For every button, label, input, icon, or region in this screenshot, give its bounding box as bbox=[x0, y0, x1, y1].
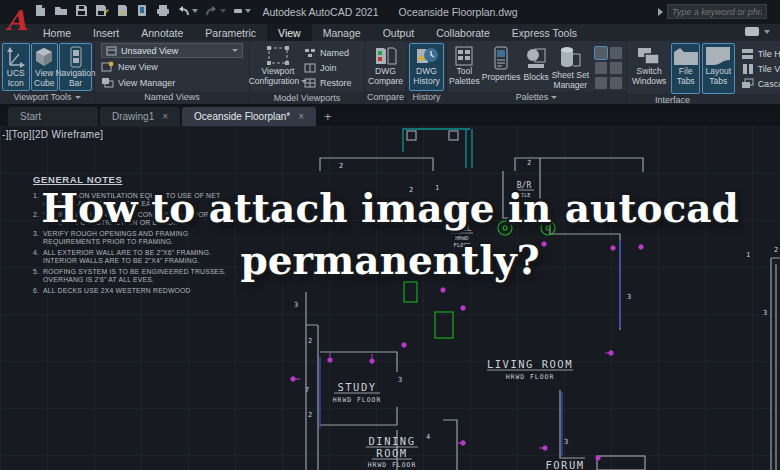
palette-mini-icon-2[interactable] bbox=[610, 47, 622, 59]
open-folder-icon[interactable] bbox=[54, 4, 68, 17]
ucs-icon-button[interactable]: UCS Icon bbox=[2, 43, 30, 91]
view-combo[interactable]: Unsaved View bbox=[101, 43, 243, 58]
new-view-button[interactable]: New View bbox=[101, 59, 247, 74]
drawing-area[interactable]: -][Top][2D Wireframe] bbox=[0, 126, 780, 470]
save-icon[interactable] bbox=[75, 4, 88, 17]
svg-text:HRWD FLOOR: HRWD FLOOR bbox=[368, 461, 416, 469]
publish-icon[interactable] bbox=[116, 4, 129, 17]
new-drawing-button[interactable]: + bbox=[324, 109, 332, 126]
undo-icon bbox=[177, 5, 190, 17]
panel-label-viewport-tools[interactable]: Viewport Tools bbox=[0, 91, 94, 104]
panel-label-interface: Interface bbox=[627, 94, 780, 105]
ribbon-display-toggle[interactable] bbox=[744, 26, 770, 37]
sheet-set-manager-button[interactable]: Sheet Set Manager bbox=[552, 43, 589, 91]
svg-text:2: 2 bbox=[308, 411, 312, 419]
panel-viewport-tools: UCS Icon View Cube Navigation Bar Viewpo… bbox=[0, 41, 95, 104]
file-tab-start[interactable]: Start bbox=[8, 107, 98, 126]
palette-mini-icon-4[interactable] bbox=[610, 62, 622, 74]
customize-qat-button[interactable] bbox=[233, 6, 251, 16]
search-input[interactable] bbox=[667, 4, 767, 19]
tab-express-tools[interactable]: Express Tools bbox=[501, 24, 588, 41]
file-tab-oceanside-floorplan[interactable]: Oceanside Floorplan* × bbox=[182, 107, 316, 126]
autocad-window: Autodesk AutoCAD 2021 Oceanside Floorpla… bbox=[0, 0, 780, 470]
panel-caret-icon bbox=[75, 96, 81, 99]
tab-parametric[interactable]: Parametric bbox=[194, 24, 267, 41]
svg-text:4: 4 bbox=[426, 433, 430, 441]
svg-text:3: 3 bbox=[294, 301, 298, 309]
blocks-button[interactable]: Blocks bbox=[523, 43, 550, 91]
room-label-dining: DINING bbox=[369, 435, 416, 447]
palette-mini-icon-6[interactable] bbox=[610, 77, 622, 89]
redo-button[interactable] bbox=[205, 5, 226, 17]
svg-text:HRWD FLOOR: HRWD FLOOR bbox=[333, 396, 381, 404]
restore-viewport-button[interactable]: Restore bbox=[304, 75, 362, 90]
qat-dropdown-caret bbox=[245, 9, 251, 13]
cascade-button[interactable]: Cascade bbox=[741, 76, 780, 91]
room-label-study: STUDY bbox=[337, 381, 376, 393]
ribbon-display-caret[interactable] bbox=[764, 30, 770, 34]
navigation-bar-button[interactable]: Navigation Bar bbox=[59, 43, 92, 91]
view-cube-icon bbox=[33, 46, 55, 68]
tool-palettes-button[interactable]: Tool Palettes bbox=[449, 43, 480, 91]
tab-view[interactable]: View bbox=[267, 24, 312, 41]
dwg-history-button[interactable]: DWG History bbox=[409, 43, 444, 91]
search-expand-icon[interactable] bbox=[658, 8, 663, 16]
ribbon: UCS Icon View Cube Navigation Bar Viewpo… bbox=[0, 41, 780, 105]
restore-viewport-icon bbox=[304, 78, 316, 88]
viewport-configuration-button[interactable]: Viewport Configuration bbox=[252, 43, 304, 92]
join-viewport-icon bbox=[304, 63, 316, 73]
workspace-icon bbox=[233, 6, 243, 16]
layout-tabs-button[interactable]: Layout Tabs bbox=[702, 43, 735, 94]
palette-mini-icon-1[interactable] bbox=[595, 47, 607, 59]
ribbon-display-icon bbox=[744, 26, 760, 37]
note-item: 6.ALL DECKS USE 2X4 WESTERN REDWOOD bbox=[33, 287, 247, 295]
named-viewport-button[interactable]: Named bbox=[304, 45, 362, 60]
properties-button[interactable]: Properties bbox=[482, 43, 521, 91]
redo-dropdown-caret[interactable] bbox=[220, 9, 226, 13]
tab-home[interactable]: Home bbox=[32, 24, 82, 41]
undo-button[interactable] bbox=[177, 5, 198, 17]
view-manager-icon bbox=[101, 77, 114, 88]
tab-manage[interactable]: Manage bbox=[312, 24, 372, 41]
file-tab-drawing1[interactable]: Drawing1 × bbox=[100, 107, 180, 126]
panel-label-history: History bbox=[407, 91, 446, 104]
autocad-logo-icon[interactable]: A bbox=[3, 1, 29, 41]
tool-palettes-icon bbox=[455, 46, 473, 66]
tile-vertically-icon bbox=[741, 63, 754, 74]
panel-label-named-views: Named Views bbox=[95, 91, 249, 104]
view-manager-button[interactable]: View Manager bbox=[101, 75, 247, 90]
dwg-compare-icon bbox=[374, 46, 398, 66]
title-bar: Autodesk AutoCAD 2021 Oceanside Floorpla… bbox=[0, 0, 780, 24]
redo-icon bbox=[205, 5, 218, 17]
palettes-caret-icon bbox=[551, 96, 557, 99]
switch-windows-button[interactable]: Switch Windows bbox=[629, 43, 669, 94]
tab-output[interactable]: Output bbox=[372, 24, 426, 41]
join-viewport-button[interactable]: Join bbox=[304, 60, 362, 75]
close-icon[interactable]: × bbox=[298, 111, 304, 122]
tile-horizontally-button[interactable]: Tile Horizontally bbox=[741, 46, 780, 61]
overlay-title: How to attach image in autocad permanent… bbox=[0, 182, 780, 286]
file-tabs-button[interactable]: File Tabs bbox=[671, 43, 700, 94]
dwg-compare-button[interactable]: DWG Compare bbox=[367, 43, 404, 91]
tab-collaborate[interactable]: Collaborate bbox=[425, 24, 501, 41]
tile-vertically-button[interactable]: Tile Vertically bbox=[741, 61, 780, 76]
ucs-axes-icon bbox=[6, 46, 26, 68]
close-icon[interactable]: × bbox=[162, 111, 168, 122]
undo-dropdown-caret[interactable] bbox=[192, 9, 198, 13]
palette-mini-icon-3[interactable] bbox=[595, 62, 607, 74]
save-as-icon[interactable] bbox=[95, 4, 109, 17]
panel-label-palettes[interactable]: Palettes bbox=[447, 91, 626, 104]
palette-mini-icon-5[interactable] bbox=[595, 77, 607, 89]
tab-insert[interactable]: Insert bbox=[82, 24, 130, 41]
switch-windows-icon bbox=[636, 46, 662, 66]
print-icon[interactable] bbox=[156, 4, 170, 17]
room-label-living-room: LIVING ROOM bbox=[487, 358, 573, 370]
svg-text:2: 2 bbox=[339, 162, 343, 170]
view-cube-button[interactable]: View Cube bbox=[31, 43, 59, 91]
sheet-set-manager-icon bbox=[558, 46, 582, 70]
layout-tabs-icon bbox=[705, 46, 731, 66]
transfer-icon[interactable] bbox=[136, 4, 149, 17]
new-file-icon[interactable] bbox=[34, 4, 47, 17]
panel-label-compare: Compare bbox=[365, 91, 406, 104]
tab-annotate[interactable]: Annotate bbox=[130, 24, 194, 41]
